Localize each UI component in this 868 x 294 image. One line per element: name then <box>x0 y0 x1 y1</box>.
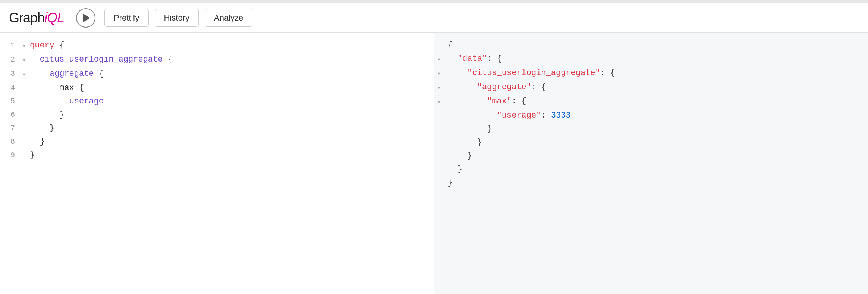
collapse-arrow <box>22 108 30 109</box>
result-line-8: } <box>434 136 868 149</box>
line-number: 5 <box>0 95 22 108</box>
editor-line-6: 6 } <box>0 108 434 122</box>
result-content: } <box>448 176 868 190</box>
editor-line-2: 2▾ citus_userlogin_aggregate { <box>0 53 434 67</box>
result-collapse-arrow <box>437 149 448 150</box>
result-collapse-arrow <box>437 109 448 110</box>
toolbar: GraphiQL Prettify History Analyze <box>0 3 868 33</box>
line-content: } <box>30 148 434 162</box>
app-logo: GraphiQL <box>9 10 64 26</box>
line-content: } <box>30 108 434 122</box>
result-collapse-arrow[interactable]: ▾ <box>437 95 448 109</box>
result-collapse-arrow <box>437 163 448 163</box>
editor-line-5: 5 userage <box>0 95 434 108</box>
logo-iql: iQL <box>44 10 64 25</box>
result-content: } <box>448 122 868 136</box>
app-container: GraphiQL Prettify History Analyze 1▾quer… <box>0 0 868 294</box>
line-number: 9 <box>0 148 22 162</box>
result-line-2: ▾ "data": { <box>434 52 868 66</box>
result-content: } <box>448 149 868 163</box>
result-content: "userage": 3333 <box>448 109 868 122</box>
play-icon <box>83 13 90 22</box>
result-content: { <box>448 39 868 52</box>
collapse-arrow[interactable]: ▾ <box>22 67 30 81</box>
line-number: 4 <box>0 81 22 95</box>
line-number: 3 <box>0 67 22 81</box>
collapse-arrow <box>22 95 30 96</box>
result-collapse-arrow <box>437 122 448 123</box>
line-number: 6 <box>0 108 22 122</box>
editor-panel[interactable]: 1▾query {2▾ citus_userlogin_aggregate {3… <box>0 33 434 294</box>
editor-line-7: 7 } <box>0 122 434 135</box>
code-editor[interactable]: 1▾query {2▾ citus_userlogin_aggregate {3… <box>0 33 434 168</box>
line-number: 1 <box>0 39 22 52</box>
line-content: } <box>30 122 434 135</box>
line-content: query { <box>30 39 434 52</box>
collapse-arrow <box>22 81 30 82</box>
editor-line-4: 4 max { <box>0 81 434 95</box>
result-content: } <box>448 136 868 149</box>
result-collapse-arrow[interactable]: ▾ <box>437 81 448 95</box>
analyze-button[interactable]: Analyze <box>205 9 252 27</box>
main-content: 1▾query {2▾ citus_userlogin_aggregate {3… <box>0 33 868 294</box>
result-collapse-arrow <box>437 176 448 177</box>
result-line-10: } <box>434 163 868 176</box>
result-collapse-arrow[interactable]: ▾ <box>437 52 448 66</box>
collapse-arrow <box>22 135 30 136</box>
result-collapse-arrow <box>437 136 448 137</box>
result-panel: {▾ "data": {▾ "citus_userlogin_aggregate… <box>434 33 868 294</box>
collapse-arrow[interactable]: ▾ <box>22 53 30 67</box>
line-number: 8 <box>0 135 22 148</box>
editor-line-3: 3▾ aggregate { <box>0 67 434 81</box>
result-content: "citus_userlogin_aggregate": { <box>448 66 868 80</box>
line-content: } <box>30 135 434 148</box>
result-display: {▾ "data": {▾ "citus_userlogin_aggregate… <box>434 33 868 196</box>
result-line-11: } <box>434 176 868 190</box>
logo-graph: Graph <box>9 10 44 25</box>
prettify-button[interactable]: Prettify <box>104 9 148 27</box>
run-button[interactable] <box>76 8 95 28</box>
result-content: "data": { <box>448 52 868 66</box>
collapse-arrow <box>22 122 30 122</box>
top-bar <box>0 0 868 3</box>
result-line-1: { <box>434 39 868 52</box>
collapse-arrow <box>22 148 30 149</box>
result-line-5: ▾ "max": { <box>434 95 868 109</box>
line-number: 7 <box>0 122 22 135</box>
line-number: 2 <box>0 53 22 66</box>
line-content: citus_userlogin_aggregate { <box>30 53 434 66</box>
result-line-4: ▾ "aggregate": { <box>434 81 868 95</box>
line-content: userage <box>30 95 434 108</box>
result-collapse-arrow <box>437 39 448 40</box>
collapse-arrow[interactable]: ▾ <box>22 39 30 53</box>
result-content: } <box>448 163 868 176</box>
history-button[interactable]: History <box>155 9 199 27</box>
result-line-3: ▾ "citus_userlogin_aggregate": { <box>434 66 868 81</box>
result-content: "aggregate": { <box>448 81 868 94</box>
result-collapse-arrow[interactable]: ▾ <box>437 66 448 81</box>
result-line-9: } <box>434 149 868 163</box>
editor-line-8: 8 } <box>0 135 434 148</box>
editor-line-9: 9} <box>0 148 434 162</box>
result-content: "max": { <box>448 95 868 108</box>
result-line-7: } <box>434 122 868 136</box>
line-content: max { <box>30 81 434 95</box>
line-content: aggregate { <box>30 67 434 81</box>
result-line-6: "userage": 3333 <box>434 109 868 122</box>
editor-line-1: 1▾query { <box>0 39 434 53</box>
